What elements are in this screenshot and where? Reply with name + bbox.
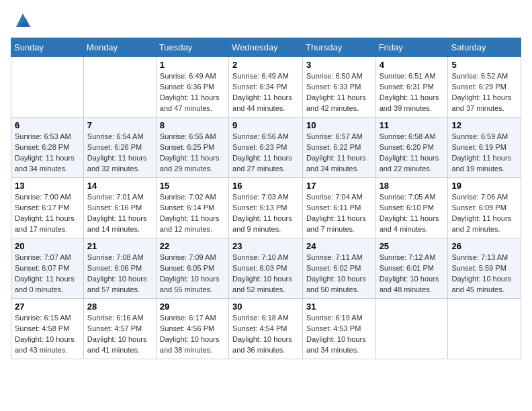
calendar-cell: 5Sunrise: 6:52 AM Sunset: 6:29 PM Daylig… (448, 57, 521, 118)
day-info: Sunrise: 7:12 AM Sunset: 6:01 PM Dayligh… (380, 253, 445, 295)
day-number: 26 (451, 241, 517, 251)
day-number: 17 (306, 181, 372, 191)
calendar-cell: 14Sunrise: 7:01 AM Sunset: 6:16 PM Dayli… (83, 178, 156, 238)
page-header (11, 11, 521, 30)
day-number: 30 (232, 302, 299, 312)
day-number: 27 (15, 302, 80, 312)
calendar-cell: 25Sunrise: 7:12 AM Sunset: 6:01 PM Dayli… (375, 238, 448, 299)
calendar-cell: 2Sunrise: 6:49 AM Sunset: 6:34 PM Daylig… (229, 57, 303, 118)
day-info: Sunrise: 7:06 AM Sunset: 6:09 PM Dayligh… (451, 192, 517, 235)
week-row-4: 20Sunrise: 7:07 AM Sunset: 6:07 PM Dayli… (11, 238, 521, 299)
day-number: 5 (451, 60, 517, 70)
calendar-cell: 18Sunrise: 7:05 AM Sunset: 6:10 PM Dayli… (375, 178, 448, 238)
calendar-cell: 20Sunrise: 7:07 AM Sunset: 6:07 PM Dayli… (11, 238, 84, 299)
day-info: Sunrise: 7:02 AM Sunset: 6:14 PM Dayligh… (160, 192, 225, 235)
day-number: 16 (232, 181, 299, 191)
weekday-header-friday: Friday (375, 38, 448, 57)
calendar-table: SundayMondayTuesdayWednesdayThursdayFrid… (11, 38, 521, 359)
day-info: Sunrise: 7:00 AM Sunset: 6:17 PM Dayligh… (15, 192, 80, 235)
day-number: 8 (160, 120, 225, 130)
day-number: 10 (306, 120, 372, 130)
day-number: 9 (232, 120, 299, 130)
day-info: Sunrise: 6:17 AM Sunset: 4:56 PM Dayligh… (160, 313, 225, 356)
calendar-cell: 3Sunrise: 6:50 AM Sunset: 6:33 PM Daylig… (302, 57, 375, 118)
calendar-cell: 6Sunrise: 6:53 AM Sunset: 6:28 PM Daylig… (11, 118, 84, 178)
calendar-cell: 11Sunrise: 6:58 AM Sunset: 6:20 PM Dayli… (375, 118, 448, 178)
day-number: 28 (87, 302, 152, 312)
day-info: Sunrise: 7:13 AM Sunset: 5:59 PM Dayligh… (451, 253, 517, 295)
day-number: 7 (87, 120, 152, 130)
day-number: 3 (306, 60, 372, 70)
calendar-cell: 16Sunrise: 7:03 AM Sunset: 6:13 PM Dayli… (229, 178, 303, 238)
day-info: Sunrise: 6:49 AM Sunset: 6:34 PM Dayligh… (232, 71, 299, 114)
weekday-header-tuesday: Tuesday (156, 38, 228, 57)
calendar-cell: 9Sunrise: 6:56 AM Sunset: 6:23 PM Daylig… (229, 118, 303, 178)
calendar-cell: 10Sunrise: 6:57 AM Sunset: 6:22 PM Dayli… (302, 118, 375, 178)
day-number: 1 (160, 60, 225, 70)
calendar-cell: 26Sunrise: 7:13 AM Sunset: 5:59 PM Dayli… (448, 238, 521, 299)
calendar-cell: 13Sunrise: 7:00 AM Sunset: 6:17 PM Dayli… (11, 178, 84, 238)
day-info: Sunrise: 6:59 AM Sunset: 6:19 PM Dayligh… (451, 132, 517, 175)
day-info: Sunrise: 7:05 AM Sunset: 6:10 PM Dayligh… (380, 192, 445, 235)
weekday-header-monday: Monday (83, 38, 156, 57)
calendar-cell (83, 57, 156, 118)
day-number: 6 (15, 120, 80, 130)
calendar-cell: 7Sunrise: 6:54 AM Sunset: 6:26 PM Daylig… (83, 118, 156, 178)
calendar-cell: 23Sunrise: 7:10 AM Sunset: 6:03 PM Dayli… (229, 238, 303, 299)
calendar-cell: 17Sunrise: 7:04 AM Sunset: 6:11 PM Dayli… (302, 178, 375, 238)
week-row-2: 6Sunrise: 6:53 AM Sunset: 6:28 PM Daylig… (11, 118, 521, 178)
day-info: Sunrise: 6:50 AM Sunset: 6:33 PM Dayligh… (306, 71, 372, 114)
day-number: 31 (306, 302, 372, 312)
day-number: 12 (451, 120, 517, 130)
day-number: 13 (15, 181, 80, 191)
day-info: Sunrise: 6:55 AM Sunset: 6:25 PM Dayligh… (160, 132, 225, 175)
calendar-cell (448, 299, 521, 359)
day-number: 21 (87, 241, 152, 251)
day-info: Sunrise: 6:57 AM Sunset: 6:22 PM Dayligh… (306, 132, 372, 175)
day-info: Sunrise: 6:58 AM Sunset: 6:20 PM Dayligh… (380, 132, 445, 175)
weekday-header-saturday: Saturday (448, 38, 521, 57)
day-info: Sunrise: 7:09 AM Sunset: 6:05 PM Dayligh… (160, 253, 225, 295)
day-info: Sunrise: 7:07 AM Sunset: 6:07 PM Dayligh… (15, 253, 80, 295)
weekday-header-wednesday: Wednesday (229, 38, 303, 57)
day-number: 25 (380, 241, 445, 251)
week-row-1: 1Sunrise: 6:49 AM Sunset: 6:36 PM Daylig… (11, 57, 521, 118)
day-number: 15 (160, 181, 225, 191)
logo (11, 11, 32, 30)
day-number: 24 (306, 241, 372, 251)
calendar-cell: 28Sunrise: 6:16 AM Sunset: 4:57 PM Dayli… (83, 299, 156, 359)
calendar-cell: 8Sunrise: 6:55 AM Sunset: 6:25 PM Daylig… (156, 118, 228, 178)
day-number: 29 (160, 302, 225, 312)
calendar-cell: 29Sunrise: 6:17 AM Sunset: 4:56 PM Dayli… (156, 299, 228, 359)
day-info: Sunrise: 6:18 AM Sunset: 4:54 PM Dayligh… (232, 313, 299, 356)
day-info: Sunrise: 7:01 AM Sunset: 6:16 PM Dayligh… (87, 192, 152, 235)
calendar-cell (375, 299, 448, 359)
day-info: Sunrise: 6:19 AM Sunset: 4:53 PM Dayligh… (306, 313, 372, 356)
calendar-cell: 4Sunrise: 6:51 AM Sunset: 6:31 PM Daylig… (375, 57, 448, 118)
weekday-header-row: SundayMondayTuesdayWednesdayThursdayFrid… (11, 38, 521, 57)
day-info: Sunrise: 6:16 AM Sunset: 4:57 PM Dayligh… (87, 313, 152, 356)
calendar-cell: 12Sunrise: 6:59 AM Sunset: 6:19 PM Dayli… (448, 118, 521, 178)
day-info: Sunrise: 6:56 AM Sunset: 6:23 PM Dayligh… (232, 132, 299, 175)
day-number: 11 (380, 120, 445, 130)
calendar-cell: 31Sunrise: 6:19 AM Sunset: 4:53 PM Dayli… (302, 299, 375, 359)
calendar-cell: 21Sunrise: 7:08 AM Sunset: 6:06 PM Dayli… (83, 238, 156, 299)
day-number: 14 (87, 181, 152, 191)
weekday-header-sunday: Sunday (11, 38, 84, 57)
week-row-3: 13Sunrise: 7:00 AM Sunset: 6:17 PM Dayli… (11, 178, 521, 238)
calendar-cell: 19Sunrise: 7:06 AM Sunset: 6:09 PM Dayli… (448, 178, 521, 238)
day-info: Sunrise: 6:52 AM Sunset: 6:29 PM Dayligh… (451, 71, 517, 114)
day-number: 20 (15, 241, 80, 251)
logo-icon (13, 11, 32, 30)
day-number: 2 (232, 60, 299, 70)
day-info: Sunrise: 6:49 AM Sunset: 6:36 PM Dayligh… (160, 71, 225, 114)
day-number: 4 (380, 60, 445, 70)
day-number: 18 (380, 181, 445, 191)
day-info: Sunrise: 7:04 AM Sunset: 6:11 PM Dayligh… (306, 192, 372, 235)
calendar-cell: 27Sunrise: 6:15 AM Sunset: 4:58 PM Dayli… (11, 299, 84, 359)
week-row-5: 27Sunrise: 6:15 AM Sunset: 4:58 PM Dayli… (11, 299, 521, 359)
day-info: Sunrise: 6:15 AM Sunset: 4:58 PM Dayligh… (15, 313, 80, 356)
calendar-cell (11, 57, 84, 118)
day-info: Sunrise: 7:10 AM Sunset: 6:03 PM Dayligh… (232, 253, 299, 295)
calendar-cell: 24Sunrise: 7:11 AM Sunset: 6:02 PM Dayli… (302, 238, 375, 299)
